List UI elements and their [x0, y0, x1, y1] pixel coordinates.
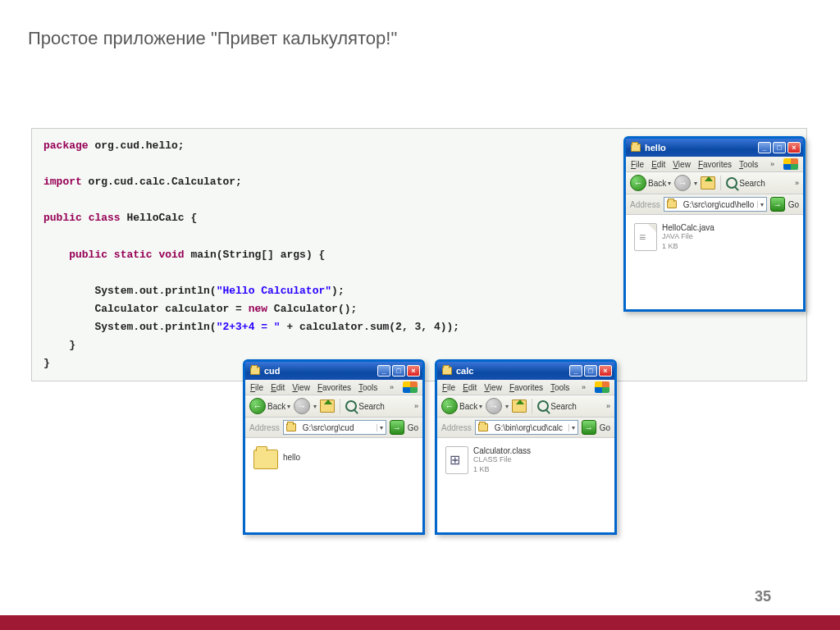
toolbar-overflow[interactable]: »	[606, 402, 610, 410]
toolbar-separator	[532, 399, 532, 413]
menu-overflow[interactable]: »	[582, 383, 586, 391]
toolbar: ←Back▾ →▾ Search »	[626, 172, 803, 194]
file-type: CLASS File	[473, 455, 531, 465]
up-button[interactable]	[701, 176, 715, 189]
address-dropdown[interactable]: ▾	[377, 424, 383, 431]
search-button[interactable]: Search	[726, 177, 765, 189]
menu-tools[interactable]: Tools	[550, 383, 569, 392]
maximize-button[interactable]: □	[392, 365, 405, 377]
address-input[interactable]: G:\src\org\cud\hello ▾	[664, 197, 767, 212]
menu-bar: File Edit View Favorites Tools »	[245, 380, 422, 395]
maximize-button[interactable]: □	[584, 365, 597, 377]
search-label: Search	[739, 179, 765, 188]
toolbar-overflow[interactable]: »	[795, 179, 799, 187]
minimize-button[interactable]: _	[569, 365, 582, 377]
forward-button[interactable]: →	[486, 398, 502, 414]
file-list[interactable]: HelloCalc.java JAVA File 1 KB	[626, 215, 803, 305]
menu-view[interactable]: View	[484, 383, 502, 392]
address-input[interactable]: G:\src\org\cud ▾	[283, 420, 386, 435]
file-item-hellocalc[interactable]: HelloCalc.java JAVA File 1 KB	[634, 223, 795, 251]
back-button[interactable]: ←Back▾	[249, 398, 290, 414]
search-label: Search	[358, 402, 385, 411]
go-button[interactable]: →	[390, 420, 404, 435]
search-button[interactable]: Search	[345, 400, 385, 412]
toolbar-overflow[interactable]: »	[414, 402, 418, 410]
folder-name: hello	[283, 453, 300, 462]
brace-open: {	[185, 212, 198, 224]
menu-overflow[interactable]: »	[390, 383, 394, 391]
address-path: G:\bin\org\cud\calc	[495, 423, 566, 432]
titlebar-hello[interactable]: hello _ □ ×	[626, 139, 803, 157]
folder-icon	[631, 144, 641, 152]
menu-edit[interactable]: Edit	[651, 160, 665, 169]
close-button[interactable]: ×	[407, 365, 420, 377]
address-dropdown[interactable]: ▾	[568, 424, 575, 431]
str3: "2+3+4 = "	[217, 321, 281, 333]
address-path: G:\src\org\cud\hello	[683, 200, 755, 209]
file-name: Calculator.class	[473, 446, 531, 455]
sys1b: );	[331, 285, 345, 297]
menu-favorites[interactable]: Favorites	[317, 383, 351, 392]
fwd-chev[interactable]: ▾	[694, 180, 697, 187]
menu-edit[interactable]: Edit	[463, 383, 477, 392]
menu-tools[interactable]: Tools	[739, 160, 758, 169]
address-dropdown[interactable]: ▾	[757, 201, 764, 208]
menu-file[interactable]: File	[250, 383, 263, 392]
maximize-button[interactable]: □	[773, 142, 786, 153]
xp-logo-icon	[783, 158, 798, 170]
kw-public1: public	[43, 212, 82, 224]
go-button[interactable]: →	[770, 197, 785, 212]
folder-item-hello[interactable]: hello	[253, 446, 414, 469]
cls-name: HelloCalc	[126, 212, 184, 224]
menu-edit[interactable]: Edit	[271, 383, 285, 392]
file-size: 1 KB	[473, 465, 531, 475]
menu-tools[interactable]: Tools	[358, 383, 377, 392]
menu-file[interactable]: File	[442, 383, 455, 392]
close-button[interactable]: ×	[599, 365, 612, 377]
minimize-button[interactable]: _	[377, 365, 390, 377]
fwd-chev[interactable]: ▾	[505, 403, 509, 410]
toolbar: ←Back▾ →▾ Search »	[245, 395, 422, 418]
address-path: G:\src\org\cud	[303, 423, 374, 432]
up-button[interactable]	[512, 399, 527, 413]
search-button[interactable]: Search	[537, 400, 577, 412]
menu-favorites[interactable]: Favorites	[698, 160, 732, 169]
explorer-hello: hello _ □ × File Edit View Favorites Too…	[623, 136, 806, 312]
back-button[interactable]: ←Back▾	[441, 398, 482, 414]
file-list[interactable]: Calculator.class CLASS File 1 KB	[437, 438, 614, 528]
search-icon	[537, 400, 549, 412]
address-input[interactable]: G:\bin\org\cud\calc ▾	[475, 420, 578, 435]
go-button[interactable]: →	[582, 420, 596, 435]
sys3b: + calculator.sum(2, 3, 4));	[281, 321, 459, 333]
menu-file[interactable]: File	[631, 160, 644, 169]
close-button[interactable]: ×	[788, 142, 801, 153]
forward-button[interactable]: →	[294, 398, 310, 414]
file-size: 1 KB	[662, 242, 714, 252]
file-item-calculator[interactable]: Calculator.class CLASS File 1 KB	[445, 446, 606, 474]
menu-favorites[interactable]: Favorites	[509, 383, 543, 392]
kw-public2: public	[69, 249, 107, 261]
back-label: Back	[648, 179, 666, 188]
file-list[interactable]: hello	[245, 438, 422, 528]
menu-bar: File Edit View Favorites Tools »	[626, 157, 803, 172]
folder-icon	[442, 367, 452, 375]
search-icon	[726, 177, 737, 189]
minimize-button[interactable]: _	[758, 142, 771, 153]
explorer-calc: calc _ □ × File Edit View Favorites Tool…	[435, 359, 617, 535]
go-label: Go	[600, 423, 610, 432]
menu-view[interactable]: View	[292, 383, 310, 392]
footer-bar	[0, 615, 840, 630]
menu-overflow[interactable]: »	[770, 160, 774, 168]
address-label: Address	[249, 423, 280, 432]
fwd-chev[interactable]: ▾	[313, 403, 317, 410]
menu-bar: File Edit View Favorites Tools »	[437, 380, 614, 395]
folder-icon	[250, 367, 260, 375]
titlebar-cud[interactable]: cud _ □ ×	[245, 362, 422, 380]
titlebar-calc[interactable]: calc _ □ ×	[437, 362, 614, 380]
back-button[interactable]: ←Back▾	[630, 175, 671, 191]
forward-button[interactable]: →	[674, 175, 691, 191]
up-button[interactable]	[320, 399, 335, 413]
menu-view[interactable]: View	[673, 160, 691, 169]
kw-import: import	[43, 176, 82, 188]
main-sig: main(String[] args) {	[185, 249, 326, 261]
